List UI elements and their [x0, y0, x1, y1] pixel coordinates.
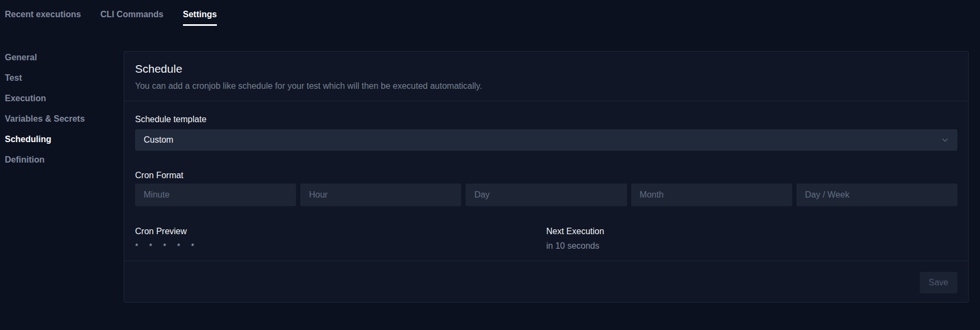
chevron-down-icon [941, 136, 949, 144]
schedule-card-footer: Save [124, 261, 968, 293]
card-subtitle: You can add a cronjob like schedule for … [135, 80, 957, 92]
cron-month-input[interactable] [631, 184, 792, 206]
sidebar-item-test[interactable]: Test [5, 72, 112, 83]
schedule-card: Schedule You can add a cronjob like sche… [124, 51, 969, 303]
preview-row: Cron Preview * * * * * Next Execution in… [135, 226, 957, 251]
cron-minute-input[interactable] [135, 184, 296, 206]
tab-settings[interactable]: Settings [183, 10, 217, 26]
tab-cli-commands[interactable]: CLI Commands [100, 10, 163, 26]
save-button[interactable]: Save [920, 272, 957, 293]
cron-preview-block: Cron Preview * * * * * [135, 226, 546, 251]
schedule-card-header: Schedule You can add a cronjob like sche… [124, 52, 968, 101]
cron-format-label: Cron Format [135, 170, 957, 181]
schedule-template-select[interactable]: Custom [135, 129, 957, 151]
card-title: Schedule [135, 62, 957, 76]
next-execution-block: Next Execution in 10 seconds [546, 226, 957, 251]
sidebar-item-definition[interactable]: Definition [5, 154, 112, 165]
cron-hour-input[interactable] [300, 184, 461, 206]
schedule-template-label: Schedule template [135, 114, 957, 125]
tab-recent-executions[interactable]: Recent executions [5, 10, 81, 26]
schedule-card-body: Schedule template Custom Cron Format Cro… [124, 114, 968, 251]
cron-preview-label: Cron Preview [135, 226, 546, 237]
next-execution-value: in 10 seconds [546, 240, 957, 251]
cron-format-row [135, 184, 957, 206]
cron-day-input[interactable] [466, 184, 626, 206]
top-tab-bar: Recent executions CLI Commands Settings [0, 0, 980, 26]
cron-day-week-input[interactable] [796, 184, 957, 206]
sidebar-item-scheduling[interactable]: Scheduling [5, 134, 112, 145]
sidebar-item-execution[interactable]: Execution [5, 93, 112, 104]
sidebar-item-variables-secrets[interactable]: Variables & Secrets [5, 113, 112, 124]
settings-sidebar: General Test Execution Variables & Secre… [5, 52, 112, 165]
next-execution-label: Next Execution [546, 226, 957, 237]
schedule-template-selected-value: Custom [144, 135, 173, 145]
sidebar-item-general[interactable]: General [5, 52, 112, 63]
cron-preview-value: * * * * * [135, 240, 546, 251]
